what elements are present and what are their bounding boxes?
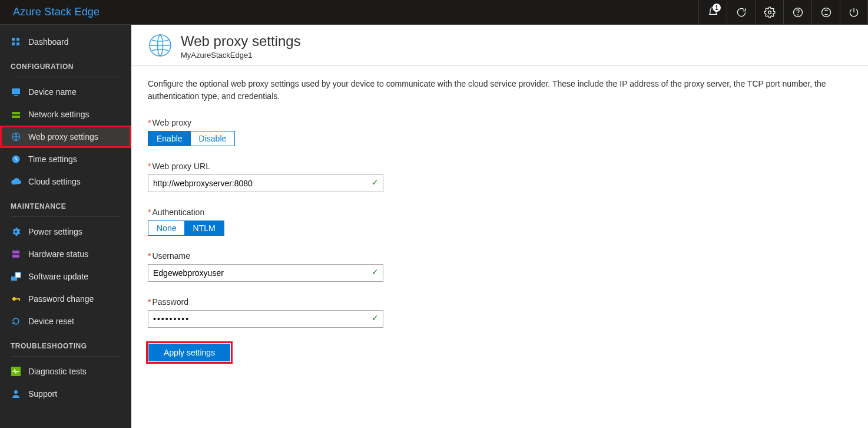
globe-icon [11,131,21,142]
sidebar-item-device-name[interactable]: Device name [0,81,131,103]
monitor-icon [11,87,21,97]
svg-rect-5 [16,38,19,41]
main-area: Web proxy settings MyAzureStackEdge1 Con… [131,25,868,428]
sidebar-item-label: Diagnostic tests [28,367,87,376]
apply-highlight: Apply settings [148,343,231,362]
gear-icon [11,226,21,237]
svg-rect-10 [12,112,20,114]
sidebar-item-software-update[interactable]: Software update [0,265,131,288]
sidebar-item-label: Cloud settings [28,177,81,186]
server-icon [11,249,21,259]
power-button[interactable] [840,0,868,24]
dashboard-icon [11,37,21,47]
topbar: Azure Stack Edge 1 [0,0,868,25]
sidebar-item-cloud-settings[interactable]: Cloud settings [0,170,131,193]
sidebar-item-diagnostic-tests[interactable]: Diagnostic tests [0,360,131,383]
update-icon [11,271,21,282]
svg-rect-15 [12,255,19,258]
svg-point-3 [821,8,830,17]
sidebar-item-device-reset[interactable]: Device reset [0,310,131,332]
sidebar-item-support[interactable]: Support [0,383,131,405]
svg-rect-20 [19,298,20,301]
field-password: *Password ✓ [148,297,868,328]
field-web-proxy: *Web proxy Enable Disable [148,118,868,146]
topbar-actions: 1 [698,0,868,24]
page-header: Web proxy settings MyAzureStackEdge1 [131,25,868,66]
notification-badge: 1 [713,4,721,12]
sidebar-item-label: Support [28,389,57,399]
password-input[interactable] [148,310,383,328]
notifications-button[interactable]: 1 [698,0,727,24]
app-root: { "header": { "brand": "Azure Stack Edge… [0,0,868,428]
check-icon: ✓ [372,177,379,187]
svg-point-0 [768,11,771,14]
key-icon [11,294,21,304]
settings-button[interactable] [755,0,783,24]
field-label: *Password [148,297,868,307]
sidebar-item-label: Web proxy settings [28,132,98,141]
check-icon: ✓ [372,313,379,322]
sidebar-item-label: Network settings [28,110,89,119]
field-label: *Authentication [148,208,868,217]
auth-ntlm-button[interactable]: NTLM [184,221,223,235]
person-icon [11,389,21,399]
sidebar: Dashboard CONFIGURATION Device name Netw… [0,25,131,428]
field-label: *Username [148,251,868,261]
svg-rect-6 [12,42,15,45]
field-label: *Web proxy [148,118,868,127]
sidebar-item-label: Dashboard [28,37,69,47]
svg-point-22 [14,390,18,394]
web-proxy-url-input[interactable] [148,175,383,192]
sidebar-item-hardware-status[interactable]: Hardware status [0,243,131,265]
sidebar-section-troubleshooting: TROUBLESHOOTING [0,332,131,354]
svg-rect-4 [12,38,15,41]
refresh-button[interactable] [727,0,755,24]
help-button[interactable] [783,0,811,24]
sidebar-item-network-settings[interactable]: Network settings [0,103,131,126]
intro-text: Configure the optional web proxy setting… [148,78,868,103]
sidebar-item-label: Password change [28,294,94,304]
sidebar-item-time-settings[interactable]: Time settings [0,148,131,170]
sidebar-item-password-change[interactable]: Password change [0,288,131,310]
divider [11,216,121,217]
network-icon [11,109,21,120]
sidebar-section-maintenance: MAINTENANCE [0,193,131,214]
field-username: *Username ✓ [148,251,868,282]
check-icon: ✓ [372,267,379,276]
sidebar-item-web-proxy-settings[interactable]: Web proxy settings [0,126,131,148]
page-title: Web proxy settings [181,33,301,50]
field-authentication: *Authentication None NTLM [148,208,868,236]
brand-title: Azure Stack Edge [0,6,100,18]
sidebar-item-label: Software update [28,272,88,281]
divider [11,356,121,357]
svg-rect-11 [12,116,20,118]
web-proxy-toggle: Enable Disable [148,131,235,146]
apply-settings-button[interactable]: Apply settings [148,344,230,361]
sidebar-item-label: Power settings [28,227,82,236]
username-input[interactable] [148,264,383,282]
field-web-proxy-url: *Web proxy URL ✓ [148,162,868,192]
sidebar-item-power-settings[interactable]: Power settings [0,220,131,243]
auth-none-button[interactable]: None [148,221,184,235]
auth-toggle: None NTLM [148,220,224,236]
layout-row: Dashboard CONFIGURATION Device name Netw… [0,25,868,428]
svg-rect-9 [14,95,18,96]
feedback-button[interactable] [811,0,840,24]
svg-rect-7 [16,42,19,45]
clock-icon [11,154,21,164]
globe-icon [148,33,173,58]
sidebar-item-label: Device name [28,87,77,97]
cloud-icon [11,176,21,187]
enable-button[interactable]: Enable [148,131,191,146]
reset-icon [11,316,21,327]
svg-rect-8 [12,88,20,94]
divider [11,77,121,77]
pulse-icon [11,366,21,377]
content: Configure the optional web proxy setting… [131,66,868,374]
svg-point-2 [797,14,798,15]
sidebar-item-dashboard[interactable]: Dashboard [0,31,131,53]
field-label: *Web proxy URL [148,162,868,171]
sidebar-section-configuration: CONFIGURATION [0,53,131,74]
sidebar-item-label: Hardware status [28,249,88,259]
disable-button[interactable]: Disable [191,131,235,146]
